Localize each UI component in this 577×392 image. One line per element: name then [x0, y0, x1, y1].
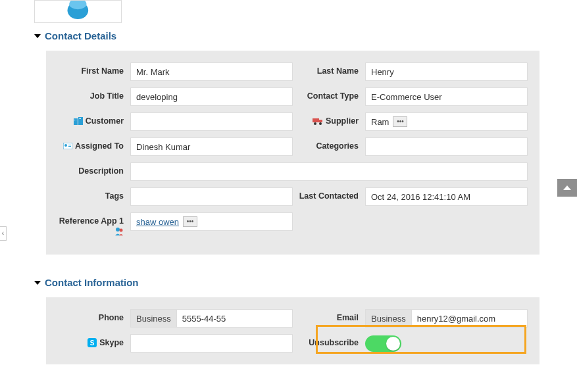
svg-rect-6: [79, 118, 80, 119]
contact-details-header[interactable]: Contact Details: [34, 30, 577, 41]
label-categories: Categories: [293, 137, 365, 151]
field-customer[interactable]: [130, 112, 293, 131]
svg-rect-5: [76, 120, 76, 120]
svg-point-11: [319, 122, 322, 125]
svg-point-13: [64, 144, 67, 147]
id-card-icon: [63, 143, 72, 149]
field-contact-type[interactable]: E-Commerce User: [365, 87, 528, 106]
field-tags[interactable]: [130, 187, 293, 206]
email-type-tag: Business: [366, 310, 412, 327]
field-skype[interactable]: [130, 334, 293, 353]
svg-rect-3: [78, 117, 83, 125]
field-last-contacted[interactable]: Oct 24, 2016 12:41:10 AM: [365, 187, 528, 206]
scroll-to-top-button[interactable]: [557, 179, 577, 197]
phone-value: 5555-44-55: [177, 310, 232, 327]
contact-information-title: Contact Information: [45, 277, 139, 288]
chevron-down-icon: [34, 281, 41, 285]
field-email[interactable]: Business henry12@gmail.com: [365, 309, 528, 328]
side-collapse-tab[interactable]: ‹: [0, 226, 7, 241]
label-skype: S Skype: [58, 334, 130, 347]
building-icon: [74, 117, 83, 125]
svg-rect-4: [74, 120, 75, 120]
field-categories[interactable]: [365, 137, 528, 156]
people-icon: [114, 227, 124, 236]
svg-point-17: [120, 229, 123, 232]
field-unsubscribe: [365, 334, 528, 353]
contact-information-panel: Phone Business 5555-44-55 Email Business…: [46, 297, 539, 364]
label-description: Description: [58, 162, 130, 176]
label-reference-app-1: Reference App 1: [58, 212, 130, 236]
toggle-knob: [386, 337, 400, 351]
field-phone[interactable]: Business 5555-44-55: [130, 309, 293, 328]
field-reference-app-1[interactable]: shaw owen •••: [130, 212, 293, 231]
field-first-name[interactable]: Mr. Mark: [130, 62, 293, 81]
field-job-title[interactable]: developing: [130, 87, 293, 106]
label-unsubscribe: Unsubscribe: [293, 334, 365, 347]
label-assigned-to: Assigned To: [58, 137, 130, 151]
contact-details-panel: First Name Mr. Mark Last Name Henry Job …: [46, 51, 539, 255]
email-value: henry12@gmail.com: [412, 310, 501, 327]
label-last-name: Last Name: [293, 62, 365, 76]
field-assigned-to[interactable]: Dinesh Kumar: [130, 137, 293, 156]
label-email: Email: [293, 309, 365, 322]
avatar-person-icon: [35, 1, 121, 22]
svg-point-10: [314, 122, 316, 125]
contact-information-header[interactable]: Contact Information: [34, 277, 577, 288]
label-supplier: Supplier: [293, 112, 365, 126]
field-last-name[interactable]: Henry: [365, 62, 528, 81]
label-first-name: First Name: [58, 62, 130, 76]
svg-rect-14: [68, 145, 71, 145]
label-customer: Customer: [58, 112, 130, 126]
label-last-contacted: Last Contacted: [293, 187, 365, 201]
skype-icon: S: [88, 338, 97, 347]
avatar: [34, 0, 122, 23]
phone-type-tag: Business: [131, 310, 177, 327]
supplier-more-button[interactable]: •••: [393, 116, 407, 127]
chevron-down-icon: [34, 34, 41, 38]
svg-rect-15: [68, 146, 71, 147]
label-job-title: Job Title: [58, 87, 130, 101]
svg-rect-7: [80, 118, 81, 119]
arrow-up-icon: [563, 185, 571, 190]
field-supplier[interactable]: Ram •••: [365, 112, 528, 131]
contact-details-title: Contact Details: [45, 30, 116, 41]
svg-point-16: [116, 228, 120, 232]
field-description[interactable]: [130, 162, 528, 181]
label-tags: Tags: [58, 187, 130, 201]
truck-icon: [313, 117, 323, 125]
label-phone: Phone: [58, 309, 130, 322]
unsubscribe-toggle[interactable]: [365, 335, 401, 352]
reference-app-link[interactable]: shaw owen: [136, 217, 179, 227]
svg-rect-2: [74, 118, 78, 125]
svg-rect-8: [313, 118, 319, 122]
reference-app-more-button[interactable]: •••: [183, 216, 197, 227]
svg-rect-9: [319, 120, 322, 122]
label-contact-type: Contact Type: [293, 87, 365, 101]
